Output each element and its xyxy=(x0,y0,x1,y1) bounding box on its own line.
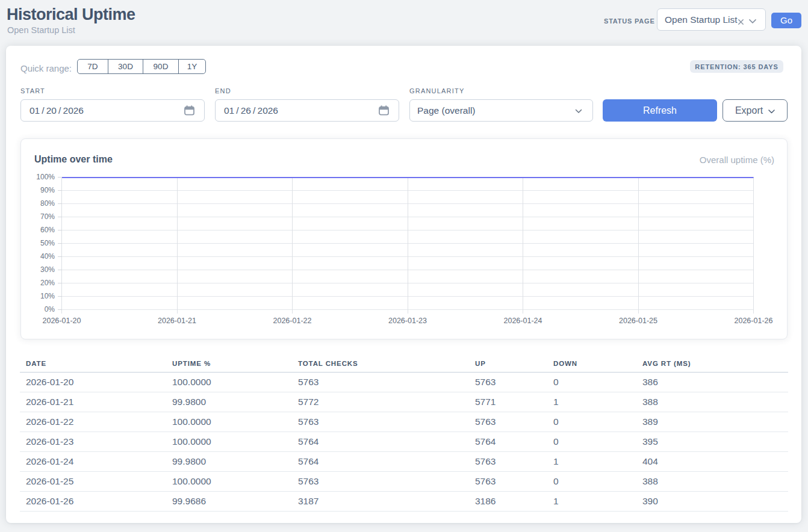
svg-text:2026-01-20: 2026-01-20 xyxy=(43,317,81,325)
svg-text:2026-01-26: 2026-01-26 xyxy=(735,317,773,325)
svg-text:0%: 0% xyxy=(45,305,55,314)
svg-text:80%: 80% xyxy=(40,199,55,208)
svg-text:2026-01-24: 2026-01-24 xyxy=(504,317,542,325)
svg-text:40%: 40% xyxy=(40,252,55,261)
svg-text:20%: 20% xyxy=(40,279,55,287)
svg-text:2026-01-23: 2026-01-23 xyxy=(388,317,427,325)
svg-text:2026-01-25: 2026-01-25 xyxy=(619,317,657,325)
svg-text:90%: 90% xyxy=(40,186,55,194)
svg-text:60%: 60% xyxy=(40,226,55,234)
svg-text:50%: 50% xyxy=(40,239,55,247)
svg-text:70%: 70% xyxy=(40,212,55,221)
svg-text:100%: 100% xyxy=(36,173,55,181)
svg-text:10%: 10% xyxy=(40,292,55,300)
svg-text:30%: 30% xyxy=(40,265,55,274)
svg-text:2026-01-21: 2026-01-21 xyxy=(158,317,196,325)
svg-text:2026-01-22: 2026-01-22 xyxy=(273,317,312,325)
